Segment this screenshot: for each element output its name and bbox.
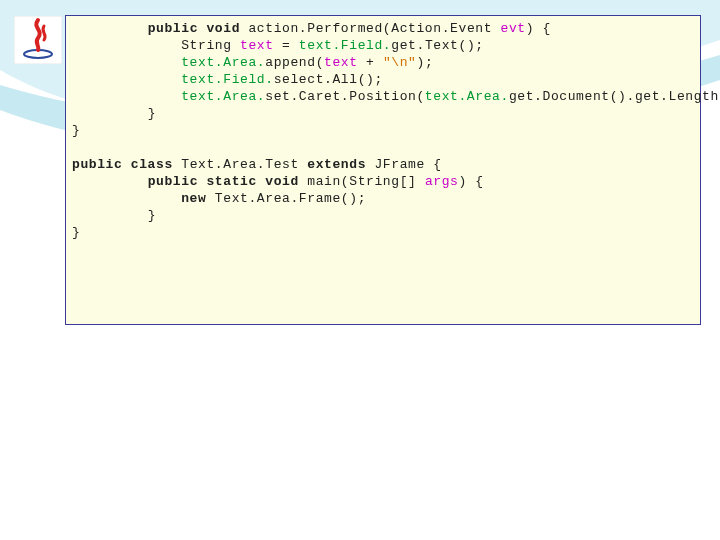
code-content: public void action.Performed(Action.Even… [72, 20, 694, 241]
java-logo-icon [14, 16, 62, 64]
code-snippet-box: public void action.Performed(Action.Even… [65, 15, 701, 325]
